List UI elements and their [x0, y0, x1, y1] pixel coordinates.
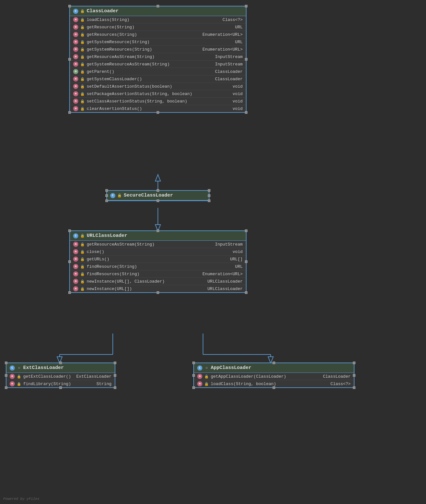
method-badge: m	[73, 32, 78, 37]
lock-icon: 🔒	[80, 54, 85, 59]
handle-br	[353, 386, 355, 389]
extclassloader-header: C ○ ExtClassLoader	[6, 363, 115, 373]
method-badge: m	[73, 264, 78, 269]
table-row: m 🔒 getResourceAsStream(String) InputStr…	[70, 241, 246, 248]
appclassloader-box[interactable]: C ○ AppClassLoader m 🔒 getAppClassLoader…	[193, 363, 354, 388]
lock-icon: 🔒	[80, 32, 85, 37]
method-name: getResources(String)	[87, 32, 200, 37]
extclassloader-box[interactable]: C ○ ExtClassLoader m 🔒 getExtClassLoader…	[6, 363, 115, 388]
lock-icon: 🔒	[117, 193, 122, 198]
method-badge: m	[73, 249, 78, 254]
method-name: close()	[87, 249, 231, 254]
return-type: URL	[235, 25, 243, 30]
handle-bm	[157, 199, 159, 202]
method-name: getResourceAsStream(String)	[87, 54, 213, 59]
method-badge: m	[73, 279, 78, 284]
return-type: Enumeration<URL>	[202, 47, 243, 52]
method-name: getParent()	[87, 69, 213, 74]
table-row: m 🔒 getParent() ClassLoader	[70, 68, 246, 75]
return-type: InputStream	[215, 242, 243, 247]
lock-icon: 🔒	[17, 374, 21, 379]
return-type: Enumeration<URL>	[202, 272, 243, 276]
method-name: findResource(String)	[87, 264, 233, 269]
lock-icon: 🔒	[80, 286, 85, 291]
handle-br	[245, 111, 247, 114]
method-badge: m	[73, 271, 78, 276]
method-name: setClassAssertionStatus(String, boolean)	[87, 99, 231, 104]
method-name: setDefaultAssertionStatus(boolean)	[87, 84, 231, 89]
handle-ml	[105, 194, 108, 197]
return-type: URLClassLoader	[208, 286, 243, 291]
method-name: getSystemResources(String)	[87, 47, 200, 52]
handle-tl	[192, 362, 195, 364]
urlclassloader-header: C 🔒 URLClassLoader	[70, 231, 246, 241]
handle-bm	[157, 291, 159, 294]
method-name: getResource(String)	[87, 25, 233, 30]
lock-icon: 🔒	[204, 382, 209, 386]
return-type: Class<?>	[331, 382, 351, 386]
handle-ml	[68, 260, 71, 263]
classloader-header: C 🔒 ClassLoader	[70, 6, 246, 16]
table-row: m 🔒 getURLs() URL[]	[70, 256, 246, 263]
handle-tl	[105, 189, 108, 192]
classloader-box[interactable]: C 🔒 ClassLoader m 🔒 loadClass(String) Cl…	[69, 6, 247, 113]
return-type: void	[233, 92, 243, 96]
return-type: InputStream	[215, 54, 243, 59]
handle-bl	[192, 386, 195, 389]
method-badge: m	[197, 374, 202, 379]
class-badge: C	[110, 193, 115, 198]
classloader-title: ClassLoader	[87, 8, 119, 14]
handle-mr	[353, 374, 355, 377]
handle-ml	[5, 374, 7, 377]
method-name: newInstance(URL[])	[87, 286, 206, 291]
lock-icon: 🔒	[80, 69, 85, 74]
return-type: Class<?>	[223, 17, 243, 22]
method-badge: m	[10, 374, 15, 379]
method-name: findResources(String)	[87, 272, 200, 276]
method-badge: m	[73, 286, 78, 291]
secureclassloader-title: SecureClassLoader	[124, 193, 173, 198]
method-badge: m	[73, 257, 78, 262]
lock-icon: 🔒	[80, 9, 85, 14]
lock-icon: 🔒	[80, 25, 85, 29]
method-badge: m	[73, 84, 78, 89]
table-row: m 🔒 getSystemResourceAsStream(String) In…	[70, 61, 246, 68]
handle-bl	[68, 111, 71, 114]
return-type: Enumeration<URL>	[202, 32, 243, 37]
method-badge: m	[10, 381, 15, 386]
handle-mr	[245, 260, 247, 263]
class-badge: C	[10, 365, 15, 371]
classloader-body: m 🔒 loadClass(String) Class<?> m 🔒 getRe…	[70, 16, 246, 112]
lock-icon: 🔒	[80, 84, 85, 89]
handle-tl	[68, 229, 71, 232]
return-type: void	[233, 84, 243, 89]
method-badge: m	[73, 39, 78, 44]
table-row: m 🔒 getResource(String) URL	[70, 24, 246, 31]
handle-tm	[273, 362, 275, 364]
return-type: URL[]	[230, 257, 243, 262]
urlclassloader-box[interactable]: C 🔒 URLClassLoader m 🔒 getResourceAsStre…	[69, 230, 247, 293]
handle-tr	[353, 362, 355, 364]
table-row: m 🔒 setDefaultAssertionStatus(boolean) v…	[70, 83, 246, 90]
table-row: m 🔒 loadClass(String) Class<?>	[70, 16, 246, 24]
method-badge: m	[73, 242, 78, 247]
return-type: ClassLoader	[323, 374, 351, 379]
handle-tm	[157, 5, 159, 7]
method-badge: m	[197, 381, 202, 386]
method-badge: m	[73, 24, 78, 30]
handle-mr	[245, 58, 247, 61]
circle-icon: ○	[204, 366, 209, 370]
secureclassloader-box[interactable]: C 🔒 SecureClassLoader	[106, 190, 209, 201]
handle-br	[208, 199, 210, 202]
table-row: m 🔒 getSystemClassLoader() ClassLoader	[70, 75, 246, 83]
method-badge: m	[73, 17, 78, 22]
class-badge: C	[73, 9, 78, 14]
handle-bl	[5, 386, 7, 389]
handle-tl	[68, 5, 71, 7]
return-type: URL	[235, 264, 243, 269]
return-type: void	[233, 106, 243, 111]
handle-ml	[192, 374, 195, 377]
lock-icon: 🔒	[80, 272, 85, 276]
handle-bm	[157, 111, 159, 114]
table-row: m 🔒 findResources(String) Enumeration<UR…	[70, 270, 246, 278]
